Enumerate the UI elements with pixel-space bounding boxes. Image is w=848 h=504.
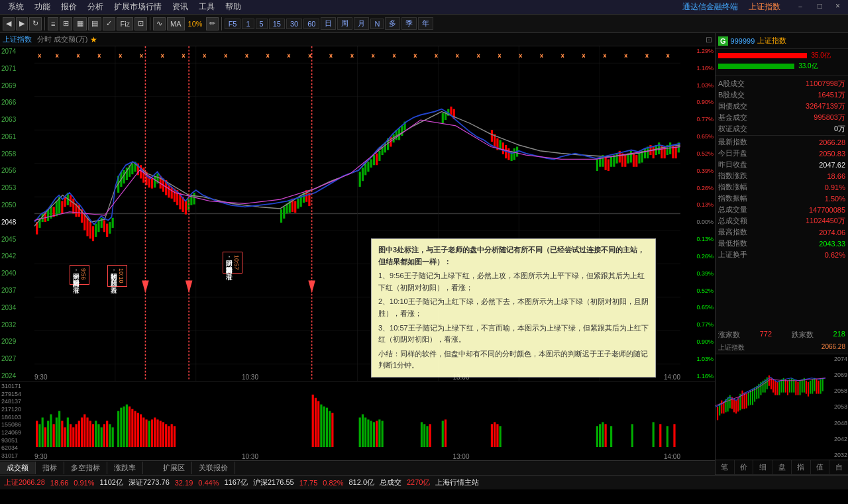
status-website: 上海行情主站 bbox=[435, 478, 479, 487]
period-n[interactable]: N bbox=[370, 19, 384, 29]
menu-help[interactable]: 帮助 bbox=[225, 1, 241, 13]
svg-rect-206 bbox=[109, 424, 111, 447]
tb-btn-wave[interactable]: ∿ bbox=[153, 17, 166, 30]
tab-chengjiao[interactable]: 成交额 bbox=[0, 462, 36, 474]
tab-duokong[interactable]: 多空指标 bbox=[64, 462, 107, 474]
menu-system[interactable]: 系统 bbox=[8, 1, 24, 13]
pct-label-3: 0.90% bbox=[680, 99, 715, 105]
menu-analysis[interactable]: 分析 bbox=[87, 1, 103, 13]
tab-expand[interactable]: 扩展区 bbox=[156, 462, 192, 474]
period-f5[interactable]: F5 bbox=[225, 19, 241, 29]
svg-rect-260 bbox=[610, 426, 612, 447]
period-60[interactable]: 60 bbox=[303, 19, 319, 29]
menu-quote[interactable]: 报价 bbox=[61, 1, 77, 13]
chart-icon[interactable]: ★ bbox=[90, 35, 97, 44]
svg-rect-250 bbox=[442, 421, 444, 447]
tb-btn-fwd[interactable]: ▶ bbox=[16, 17, 28, 30]
tab-related[interactable]: 关联报价 bbox=[192, 462, 235, 474]
period-month[interactable]: 月 bbox=[354, 17, 369, 30]
svg-rect-238 bbox=[362, 415, 364, 448]
vol-label-6: 124069 bbox=[0, 429, 34, 436]
brand2-label[interactable]: 上证指数 bbox=[749, 1, 780, 13]
price-label-19: 2024 bbox=[0, 372, 34, 379]
svg-rect-261 bbox=[631, 424, 633, 447]
menu-function[interactable]: 功能 bbox=[34, 1, 50, 13]
rp-btn-xi[interactable]: 细 bbox=[753, 460, 772, 474]
period-15[interactable]: 15 bbox=[269, 19, 285, 29]
svg-rect-26 bbox=[61, 201, 63, 214]
rp-btn-pan[interactable]: 盘 bbox=[772, 460, 792, 474]
svg-rect-229 bbox=[312, 395, 314, 447]
tb-btn-7[interactable]: ⊡ bbox=[134, 17, 147, 30]
rp-btn-jia[interactable]: 价 bbox=[735, 460, 754, 474]
tb-btn-refresh[interactable]: ↻ bbox=[29, 17, 42, 30]
svg-rect-69 bbox=[185, 201, 187, 215]
svg-rect-184 bbox=[47, 421, 49, 447]
maximize-button[interactable]: □ bbox=[818, 1, 822, 13]
svg-rect-275 bbox=[735, 401, 737, 414]
tb-sep-2 bbox=[150, 17, 150, 30]
svg-rect-309 bbox=[806, 381, 807, 394]
svg-rect-301 bbox=[789, 379, 790, 393]
tb-btn-1[interactable]: ≡ bbox=[48, 17, 58, 30]
svg-text:×: × bbox=[350, 52, 354, 60]
tab-zhibiao[interactable]: 指标 bbox=[36, 462, 64, 474]
data-row-fund: 基金成交 995803万 bbox=[718, 113, 845, 123]
tb-btn-draw[interactable]: ✏ bbox=[206, 17, 219, 30]
period-week[interactable]: 周 bbox=[337, 17, 352, 30]
svg-rect-306 bbox=[800, 381, 801, 395]
rp-btn-bi[interactable]: 笔 bbox=[716, 460, 735, 474]
status-sz-index: 深证7273.76 bbox=[129, 478, 170, 487]
rp-btn-zhi2[interactable]: 值 bbox=[811, 460, 830, 474]
pct-label: 10% bbox=[186, 20, 205, 28]
svg-rect-293 bbox=[772, 379, 774, 393]
svg-rect-227 bbox=[171, 424, 173, 447]
price-chart[interactable]: 2074 2071 2069 2066 2063 2061 2058 2056 … bbox=[0, 46, 715, 381]
period-1[interactable]: 1 bbox=[242, 19, 254, 29]
tb-btn-4[interactable]: ▤ bbox=[88, 17, 101, 30]
price-label-5: 2061 bbox=[0, 133, 34, 140]
status-sh-pct: 0.91% bbox=[74, 479, 94, 487]
chart-subtitle: 分时 成交额(万) bbox=[37, 34, 87, 44]
annotation-box-1: 9:56 阴对平，其后阳对阳，看涨 bbox=[70, 265, 89, 285]
tb-btn-6[interactable]: Fiz bbox=[117, 17, 133, 30]
pct-label-16: 0.77% bbox=[680, 321, 715, 328]
tb-btn-3[interactable]: ▦ bbox=[74, 17, 87, 30]
menu-extend[interactable]: 扩展市场行情 bbox=[114, 1, 162, 13]
status-total: 总成交 bbox=[380, 478, 401, 487]
svg-rect-193 bbox=[72, 427, 74, 447]
vol-label-2: 248137 bbox=[0, 398, 34, 405]
svg-rect-232 bbox=[320, 405, 322, 447]
tab-zhangdie[interactable]: 涨跌率 bbox=[107, 462, 143, 474]
data-row-warrant: 权证成交 0万 bbox=[718, 124, 845, 134]
minimize-button[interactable]: － bbox=[796, 1, 804, 13]
svg-rect-281 bbox=[748, 393, 749, 406]
maximize-chart-button[interactable]: ⊡ bbox=[706, 35, 712, 44]
menu-news[interactable]: 资讯 bbox=[172, 1, 188, 13]
status-hushen-change: 17.75 bbox=[299, 479, 318, 487]
menu-tools[interactable]: 工具 bbox=[199, 1, 215, 13]
period-day[interactable]: 日 bbox=[321, 17, 336, 30]
close-button[interactable]: × bbox=[835, 1, 840, 13]
tb-btn-ma[interactable]: MA bbox=[167, 17, 185, 30]
tb-btn-2[interactable]: ⊞ bbox=[60, 17, 72, 30]
tb-btn-5[interactable]: ✓ bbox=[103, 17, 115, 30]
svg-rect-198 bbox=[86, 417, 88, 447]
pct-label-13: 0.39% bbox=[680, 270, 715, 277]
period-year[interactable]: 年 bbox=[418, 17, 433, 30]
svg-rect-50 bbox=[131, 164, 133, 174]
period-multi[interactable]: 多 bbox=[385, 17, 400, 30]
period-5[interactable]: 5 bbox=[256, 19, 268, 29]
price-label-8: 2053 bbox=[0, 184, 34, 191]
svg-rect-300 bbox=[787, 381, 788, 395]
rp-btn-zhi[interactable]: 指 bbox=[792, 460, 811, 474]
svg-rect-190 bbox=[64, 427, 66, 447]
rp-btn-zi[interactable]: 自 bbox=[829, 460, 848, 474]
period-quarter[interactable]: 季 bbox=[401, 17, 417, 30]
status-bar: 上证2066.28 18.66 0.91% 1102亿 深证7273.76 32… bbox=[0, 475, 848, 489]
price-label-11: 2045 bbox=[0, 236, 34, 243]
svg-rect-257 bbox=[599, 424, 601, 447]
period-30[interactable]: 30 bbox=[286, 19, 302, 29]
svg-rect-280 bbox=[746, 394, 747, 409]
tb-btn-back[interactable]: ◀ bbox=[3, 17, 15, 30]
